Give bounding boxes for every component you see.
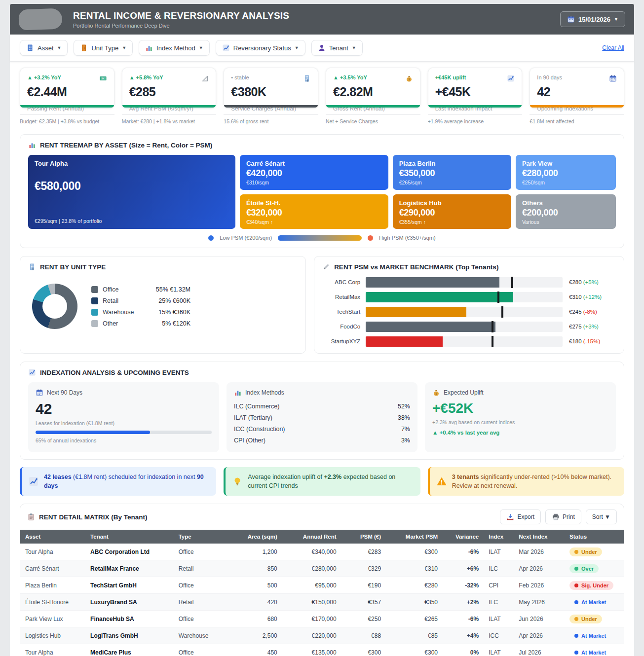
benchmark-row-retailmax: RetailMax€310 (+12%) [322, 292, 616, 302]
column-header-status[interactable]: Status [565, 530, 624, 544]
kpi-block: +€45K uplift+€45KLast Indexation Impact+… [428, 68, 523, 124]
filter-asset[interactable]: Asset▼ [20, 40, 68, 56]
kpi-block: ▲ +5.8% YoY€285Avg Rent PSM (€/sqm/yr)Ma… [122, 68, 217, 124]
cell-variance: 0% [443, 644, 484, 656]
cell-type: Warehouse [174, 627, 231, 644]
download-icon [506, 513, 514, 521]
banner-text: 3 tenants significantly under-rented (>1… [452, 473, 618, 490]
cell-next: Jul 2026 [514, 644, 565, 656]
cell-psm: €250 [341, 611, 386, 627]
treemap-tile-carr-s-nart[interactable]: Carré Sénart€420,000€310/sqm [240, 155, 388, 190]
cell-tenant: ABC Corporation Ltd [85, 544, 174, 560]
low-psm-label: Low PSM (€200/sqm) [220, 235, 272, 241]
filter-unit-type[interactable]: Unit Type▼ [74, 40, 133, 56]
bar-chart-icon [145, 44, 153, 52]
treemap-tile-logistics-hub[interactable]: Logistics Hub€290,000€355/sqm ↑ [393, 194, 511, 229]
cell-asset: Tour Alpha [20, 544, 85, 560]
status-badge: Under [569, 547, 602, 556]
indexation-progress-label: 65% of annual indexations [36, 437, 212, 443]
table-row[interactable]: Tour AlphaABC Corporation LtdOffice1,200… [20, 544, 624, 560]
tile-value: €290,000 [399, 208, 505, 218]
cell-tenant: MediCare Plus [85, 644, 174, 656]
benchmark-chart-card: RENT PSM vs MARKET BENCHMARK (Top Tenant… [314, 256, 624, 354]
index-methods-label: Index Methods [245, 389, 284, 396]
column-header-index[interactable]: Index [484, 530, 514, 544]
legend-value: 5% €120K [143, 320, 190, 327]
table-row[interactable]: Park View LuxFinanceHub SAOffice680€170,… [20, 611, 624, 627]
index-method-pct: 3% [401, 437, 410, 444]
table-row[interactable]: Logistics HubLogiTrans GmbHWarehouse2,50… [20, 627, 624, 644]
print-button[interactable]: Print [545, 510, 581, 524]
cell-area: 2,500 [231, 627, 282, 644]
kpi-caption: €1.8M rent affected [530, 114, 624, 124]
cell-area: 450 [231, 644, 282, 656]
cash-icon: € [99, 74, 107, 82]
treemap-tile-others[interactable]: Others€200,000Various [516, 194, 616, 229]
tile-name: Plaza Berlin [399, 160, 505, 167]
column-header-type[interactable]: Type [174, 530, 231, 544]
benchmark-row-startupxyz: StartupXYZ€180 (-15%) [322, 336, 616, 347]
index-method-pct: 7% [401, 426, 410, 433]
cell-tenant: TechStart GmbH [85, 577, 174, 594]
index-method-label: ICC (Construction) [234, 426, 285, 433]
filter-index-method[interactable]: Index Method▼ [139, 40, 210, 56]
cell-psm: €300 [341, 644, 386, 656]
tile-value: €420,000 [246, 168, 382, 179]
column-header-asset[interactable]: Asset [20, 530, 85, 544]
cell-market: €280 [386, 577, 443, 594]
treemap-tile-plaza-berlin[interactable]: Plaza Berlin€350,000€265/sqm [393, 155, 511, 190]
donut-legend-item: Office55% €1.32M [91, 286, 190, 293]
column-header-annual-rent[interactable]: Annual Rent [282, 530, 341, 544]
kpi-value: €380K [231, 85, 311, 99]
table-row[interactable]: Carré SénartRetailMax FranceRetail850€28… [20, 560, 624, 577]
table-row[interactable]: Étoile St-HonoréLuxuryBrand SARetail420€… [20, 594, 624, 611]
tile-psm: €265/sqm [399, 180, 505, 185]
tile-name: Tour Alpha [35, 160, 229, 167]
cell-next: Mar 2026 [514, 544, 565, 560]
next-90-days-label: Next 90 Days [47, 389, 82, 396]
column-header-next-index[interactable]: Next Index [514, 530, 565, 544]
sort-button[interactable]: Sort ▼ [586, 510, 617, 524]
legend-swatch [91, 297, 98, 304]
kpi-card-2: • stable€380KService Charges (Annual) [224, 68, 318, 108]
cell-asset: Carré Sénart [20, 560, 85, 577]
treemap-tile--toile-st-h-[interactable]: Étoile St-H.€320,000€340/sqm ↑ [240, 194, 388, 229]
column-header-market-psm[interactable]: Market PSM [386, 530, 443, 544]
kpi-value: €2.44M [27, 85, 107, 99]
high-psm-dot [368, 235, 373, 241]
column-header-tenant[interactable]: Tenant [85, 530, 174, 544]
kpi-block: ▲ +3.5% YoY$€2.82MGross Rent (Annual)Net… [326, 68, 420, 124]
legend-swatch [91, 286, 98, 293]
line-chart-icon [28, 368, 36, 376]
export-button[interactable]: Export [500, 510, 541, 524]
column-header-area-sqm-[interactable]: Area (sqm) [231, 530, 282, 544]
column-header-psm-[interactable]: PSM (€) [341, 530, 386, 544]
building-icon [26, 44, 34, 52]
legend-label: Other [103, 320, 143, 327]
table-row[interactable]: Tour AlphaMediCare PlusOffice450€135,000… [20, 644, 624, 656]
kpi-accent-bar [122, 105, 216, 108]
kpi-block: In 90 days42Upcoming Indexations€1.8M re… [530, 68, 624, 124]
table-row[interactable]: Plaza BerlinTechStart GmbHOffice500€95,0… [20, 577, 624, 594]
cell-next: Apr 2026 [514, 560, 565, 577]
index-method-label: ILC (Commerce) [234, 403, 279, 410]
kpi-value: €2.82M [333, 85, 413, 99]
kpi-caption: Budget: €2.35M | +3.8% vs budget [20, 114, 114, 124]
index-methods-card: Index Methods ILC (Commerce)52%ILAT (Ter… [227, 382, 417, 452]
treemap-tile-tour-alpha[interactable]: Tour Alpha€580,000€295/sqm | 23.8% of po… [28, 155, 235, 229]
treemap-tile-park-view[interactable]: Park View€280,000€250/sqm [516, 155, 616, 190]
column-header-variance[interactable]: Variance [443, 530, 484, 544]
kpi-trend: ▲ +5.8% YoY [129, 74, 163, 80]
page-title: RENTAL INCOME & REVERSIONARY ANALYSIS [73, 10, 560, 21]
kpi-accent-bar [530, 105, 624, 108]
filter-tenant[interactable]: Tenant▼ [311, 40, 363, 56]
legend-label: Warehouse [103, 309, 143, 316]
filter-reversionary-status[interactable]: Reversionary Status▼ [216, 40, 305, 56]
status-badge: Over [569, 564, 599, 573]
status-dot [574, 617, 578, 621]
unit-type-donut [32, 284, 77, 329]
person-icon [318, 44, 326, 52]
date-picker-button[interactable]: 15/01/2026 ▼ [560, 11, 625, 27]
cell-variance: -32% [443, 577, 484, 594]
clear-all-link[interactable]: Clear All [602, 44, 624, 51]
